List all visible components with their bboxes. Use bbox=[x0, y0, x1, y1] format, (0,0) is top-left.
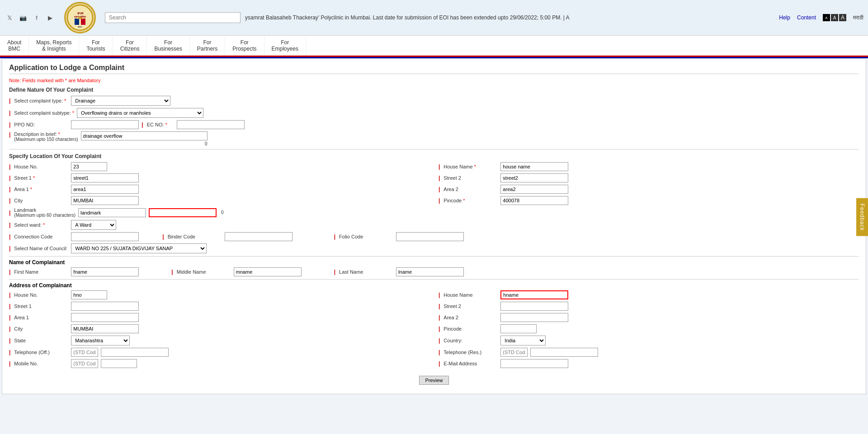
search-input[interactable] bbox=[105, 12, 241, 23]
complaint-type-select[interactable]: Drainage bbox=[71, 96, 170, 106]
addr-area2-input[interactable] bbox=[500, 313, 568, 322]
addr-street1-label: Street 1 bbox=[14, 303, 68, 309]
addr-house-no-input[interactable] bbox=[71, 290, 107, 299]
street2-input[interactable] bbox=[500, 173, 568, 182]
first-name-input[interactable] bbox=[71, 267, 139, 276]
marquee-text: ysamrat Balasaheb Thackeray' Polyclinic … bbox=[245, 14, 570, 21]
addr-mobile-std-input[interactable] bbox=[71, 359, 98, 368]
ppo-input[interactable] bbox=[71, 120, 139, 129]
description-input[interactable] bbox=[81, 131, 208, 140]
addr-country-select[interactable]: India Other bbox=[500, 336, 546, 345]
font-medium-btn[interactable]: A bbox=[831, 14, 838, 21]
landmark-char-count: 0 bbox=[221, 210, 224, 215]
addr-area1-input[interactable] bbox=[71, 313, 139, 322]
address-grid: | House No. | Street 1 | Area 1 | City | bbox=[9, 290, 859, 370]
nav-maps-reports[interactable]: Maps, Reports& Insights bbox=[29, 36, 79, 56]
addr-city-label: City bbox=[14, 326, 68, 331]
nav-for-citizens[interactable]: ForCitizens bbox=[113, 36, 147, 56]
complaint-subtype-select[interactable]: Overflowing drains or manholes bbox=[77, 108, 203, 118]
addr-street1-input[interactable] bbox=[71, 302, 139, 311]
connection-code-label: Connection Code bbox=[14, 234, 68, 239]
addr-house-name-input[interactable] bbox=[500, 290, 568, 299]
nav-for-businesses[interactable]: ForBusinesses bbox=[147, 36, 189, 56]
addr-mobile-label: Mobile No. bbox=[14, 361, 68, 366]
instagram-icon[interactable]: 📷 bbox=[18, 13, 28, 23]
street1-input[interactable] bbox=[71, 173, 139, 182]
addr-state-select[interactable]: Maharashtra Gujarat bbox=[71, 336, 130, 345]
connection-code-input[interactable] bbox=[71, 232, 139, 241]
addr-tel-off-std-input[interactable] bbox=[71, 348, 98, 357]
description-row: | Description in brief: * (Maximum upto … bbox=[9, 131, 859, 146]
codes-row: | Connection Code | Binder Code | Folio … bbox=[9, 232, 859, 241]
street1-row: | Street 1 * bbox=[9, 173, 429, 182]
house-name-input[interactable] bbox=[500, 162, 568, 171]
svg-text:बृहन्मुंबई: बृहन्मुंबई bbox=[77, 12, 84, 15]
mandatory-note: Note: Fields marked with * are Mandatory bbox=[9, 78, 859, 83]
addr-tel-res-std-input[interactable] bbox=[500, 348, 528, 357]
addr-house-name-label: House Name bbox=[443, 292, 498, 298]
last-name-input[interactable] bbox=[396, 267, 464, 276]
page-title: Application to Lodge a Complaint bbox=[9, 64, 859, 74]
location-grid: | House No. | Street 1 * | Area 1 * | bbox=[9, 162, 859, 207]
area2-input[interactable] bbox=[500, 185, 568, 194]
define-nature-header: Define Nature Of Your Complaint bbox=[9, 87, 859, 93]
nav-for-partners[interactable]: ForPartners bbox=[190, 36, 225, 56]
addr-tel-off-input[interactable] bbox=[101, 348, 169, 357]
facebook-icon[interactable]: f bbox=[32, 13, 42, 23]
ward-select[interactable]: A Ward B Ward bbox=[71, 220, 116, 230]
bmc-logo: बृहन्मुंबई महानगरपालिका BMC bbox=[64, 2, 96, 33]
nav-about-bmc[interactable]: AboutBMC bbox=[0, 36, 29, 56]
pincode-input[interactable] bbox=[500, 196, 568, 205]
addr-tel-res-label: Telephone (Res.) bbox=[443, 350, 498, 355]
header-top: 𝕏 📷 f ▶ बृहन्मुंबई महानगरपालिका BMC ysam… bbox=[0, 0, 868, 36]
addr-email-input[interactable] bbox=[500, 359, 568, 368]
city-input[interactable] bbox=[71, 196, 139, 205]
council-select[interactable]: WARD NO 225 / SUJATA DIGVIJAY SANAP bbox=[71, 243, 207, 253]
name-complainant-header: Name of Complainant bbox=[9, 259, 859, 266]
help-link[interactable]: Help bbox=[779, 14, 790, 21]
binder-code-input[interactable] bbox=[225, 232, 292, 241]
addr-pincode-input[interactable] bbox=[500, 324, 537, 333]
addr-state-label: State bbox=[14, 338, 68, 343]
middle-name-input[interactable] bbox=[234, 267, 302, 276]
font-large-btn[interactable]: A bbox=[839, 14, 846, 21]
complaint-type-label: Select complaint type: * bbox=[14, 98, 68, 103]
social-icons: 𝕏 📷 f ▶ bbox=[5, 13, 55, 23]
address-right: | House Name | Street 2 | Area 2 | Pinco… bbox=[439, 290, 859, 370]
complaint-subtype-row: | Select complaint subtype: * Overflowin… bbox=[9, 108, 859, 118]
folio-code-input[interactable] bbox=[396, 232, 464, 241]
youtube-icon[interactable]: ▶ bbox=[45, 13, 55, 23]
addr-area1-row: | Area 1 bbox=[9, 313, 429, 322]
addr-state-row: | State Maharashtra Gujarat bbox=[9, 336, 429, 345]
addr-mobile-row: | Mobile No. bbox=[9, 359, 429, 368]
landmark-row: | Landmark (Maximum upto 60 characters) … bbox=[9, 207, 859, 218]
nav-for-tourists[interactable]: ForTourists bbox=[79, 36, 113, 56]
twitter-icon[interactable]: 𝕏 bbox=[5, 13, 14, 23]
mandatory-star: * bbox=[65, 78, 67, 83]
landmark-label: Landmark bbox=[14, 207, 75, 213]
addr-mobile-input[interactable] bbox=[101, 359, 137, 368]
language-selector[interactable]: मराठी bbox=[853, 14, 863, 21]
addr-street2-input[interactable] bbox=[500, 302, 568, 311]
landmark-value-input[interactable] bbox=[78, 208, 146, 217]
feedback-tab[interactable]: Feedback bbox=[856, 198, 868, 236]
ec-input[interactable] bbox=[177, 120, 245, 129]
ward-label: Select ward: * bbox=[14, 222, 68, 228]
house-no-input[interactable] bbox=[71, 162, 107, 171]
font-small-btn[interactable]: A bbox=[823, 14, 830, 21]
nav-for-employees[interactable]: ForEmployees bbox=[264, 36, 306, 56]
street2-row: | Street 2 bbox=[439, 173, 859, 182]
content-link[interactable]: Content bbox=[797, 14, 816, 21]
addr-house-no-row: | House No. bbox=[9, 290, 429, 299]
landmark-second-input[interactable] bbox=[149, 208, 217, 217]
street2-label: Street 2 bbox=[443, 175, 498, 181]
last-name-label: Last Name bbox=[339, 269, 393, 275]
preview-button[interactable]: Preview bbox=[419, 376, 448, 385]
addr-tel-res-input[interactable] bbox=[530, 348, 598, 357]
area1-input[interactable] bbox=[71, 185, 139, 194]
street1-label: Street 1 * bbox=[14, 175, 68, 181]
addr-city-input[interactable] bbox=[71, 324, 139, 333]
nav-for-prospects[interactable]: ForProspects bbox=[225, 36, 264, 56]
addr-area1-label: Area 1 bbox=[14, 315, 68, 320]
description-sub: (Maximum upto 150 characters) bbox=[14, 137, 78, 142]
